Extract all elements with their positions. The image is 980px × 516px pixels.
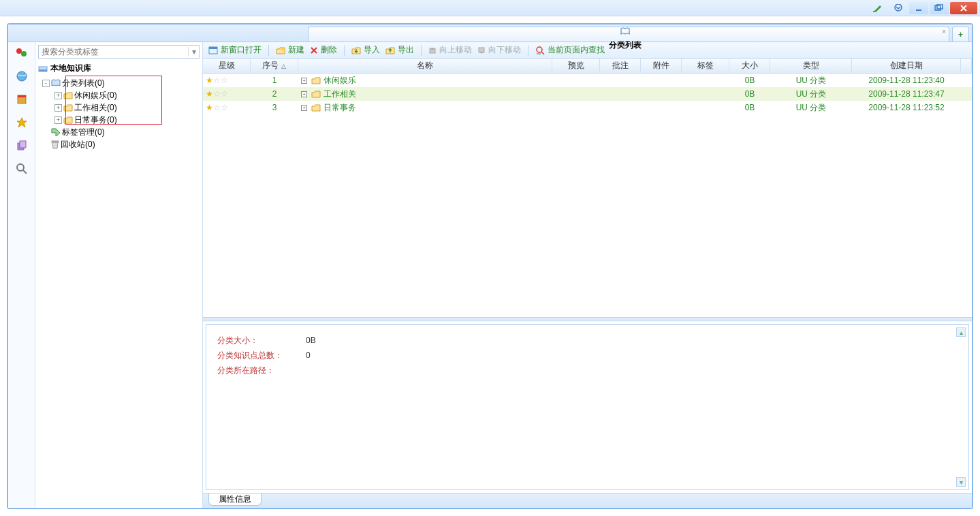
drive-icon [38, 65, 48, 73]
grid-row[interactable]: ★☆☆1+休闲娱乐0BUU 分类2009-11-28 11:23:40 [203, 74, 972, 87]
expand-icon[interactable]: + [54, 116, 62, 124]
cell-name[interactable]: +日常事务 [298, 102, 552, 114]
search-input[interactable] [39, 47, 188, 57]
tab-label: 分类列表 [609, 39, 642, 51]
cell-type: UU 分类 [770, 102, 852, 114]
book-icon [620, 27, 630, 35]
tree-root[interactable]: -分类列表(0) [42, 77, 201, 89]
tag-icon [51, 128, 61, 136]
col-attach[interactable]: 附件 [641, 59, 682, 73]
cell-date: 2009-11-28 11:23:40 [852, 76, 961, 85]
tree: -分类列表(0) +休闲娱乐(0) +工作相关(0) +日常事务(0) 标签管理… [35, 76, 202, 508]
svg-rect-0 [873, 11, 875, 12]
tree-tags[interactable]: 标签管理(0) [42, 126, 201, 138]
tb-moveup: 向上移动 [427, 44, 473, 56]
grid-body: ★☆☆1+休闲娱乐0BUU 分类2009-11-28 11:23:40★☆☆2+… [203, 74, 972, 317]
window-icon [208, 46, 218, 54]
cell-size: 0B [729, 89, 770, 99]
import-icon [351, 46, 361, 54]
folder-icon [63, 104, 73, 112]
cell-star[interactable]: ★☆☆ [203, 89, 251, 99]
cell-size: 0B [729, 103, 770, 112]
search-dropdown-icon[interactable]: ▾ [188, 47, 199, 57]
cell-star[interactable]: ★☆☆ [203, 103, 251, 112]
moveup-icon [428, 46, 437, 54]
expand-icon[interactable]: + [301, 105, 307, 111]
col-type[interactable]: 类型 [770, 59, 852, 73]
detail-k-size: 分类大小： [217, 333, 292, 348]
rail-traffic-icon[interactable] [15, 46, 29, 60]
folder-icon [311, 77, 321, 84]
folder-icon [63, 92, 73, 99]
main-panel: 新窗口打开 新建 删除 导入 导出 向上移动 向下移动 当前页面内查找 星级 序… [203, 42, 972, 508]
col-date[interactable]: 创建日期 [852, 59, 961, 73]
svg-rect-16 [52, 141, 59, 142]
tree-recycle[interactable]: 回收站(0) [42, 138, 201, 150]
expand-icon[interactable]: + [301, 78, 307, 84]
tb-export[interactable]: 导出 [384, 44, 415, 56]
col-size[interactable]: 大小 [729, 59, 770, 73]
detail-k-path: 分类所在路径： [217, 363, 292, 378]
skin-button[interactable] [868, 2, 887, 14]
grid-row[interactable]: ★☆☆2+工作相关0BUU 分类2009-11-28 11:23:47 [203, 87, 972, 101]
rail-globe-icon[interactable] [15, 69, 29, 83]
cell-type: UU 分类 [770, 75, 852, 86]
col-name[interactable]: 名称 [298, 59, 552, 73]
titlebar [0, 0, 980, 16]
tree-recycle-label: 回收站(0) [61, 138, 95, 150]
tab-category-list[interactable]: 分类列表 × [308, 27, 949, 42]
svg-rect-11 [20, 141, 26, 148]
tb-new[interactable]: 新建 [274, 44, 306, 56]
tab-close-icon[interactable]: × [942, 28, 946, 35]
detail-v-count: 0 [306, 348, 311, 363]
folder-icon [311, 91, 321, 98]
tree-child-1[interactable]: +工作相关(0) [54, 101, 201, 114]
cell-date: 2009-11-28 11:23:52 [852, 103, 961, 112]
cell-type: UU 分类 [770, 88, 852, 100]
expand-icon[interactable]: + [301, 91, 307, 97]
col-star[interactable]: 星级 [203, 59, 251, 73]
find-icon [535, 46, 545, 55]
close-button[interactable] [950, 2, 977, 14]
scroll-up-icon[interactable]: ▴ [956, 327, 966, 337]
rail-star-icon[interactable] [15, 116, 29, 129]
svg-rect-9 [18, 95, 26, 97]
expand-icon[interactable]: + [54, 104, 62, 112]
tab-add[interactable]: + [952, 27, 969, 42]
detail-tab-properties[interactable]: 属性信息 [208, 494, 262, 506]
svg-rect-4 [937, 4, 943, 9]
col-preview[interactable]: 预览 [552, 59, 600, 73]
svg-point-1 [895, 4, 902, 11]
cell-name[interactable]: +休闲娱乐 [298, 75, 552, 86]
tree-tags-label: 标签管理(0) [62, 126, 105, 138]
rail-book-icon[interactable] [15, 93, 29, 106]
row-name-label: 日常事务 [323, 102, 356, 114]
delete-icon [310, 46, 318, 54]
tree-child-label: 工作相关(0) [74, 101, 117, 114]
tb-find[interactable]: 当前页面内查找 [534, 44, 606, 56]
cell-name[interactable]: +工作相关 [298, 88, 552, 100]
tree-child-0[interactable]: +休闲娱乐(0) [54, 89, 201, 101]
maximize-button[interactable] [930, 2, 949, 14]
rail-search-icon[interactable] [15, 162, 29, 176]
cell-star[interactable]: ★☆☆ [203, 76, 251, 85]
rail-copy-icon[interactable] [15, 139, 29, 152]
svg-point-5 [16, 48, 22, 54]
svg-rect-2 [916, 10, 921, 11]
menu-dropdown[interactable] [889, 2, 908, 14]
col-note[interactable]: 批注 [600, 59, 641, 73]
tree-child-2[interactable]: +日常事务(0) [54, 114, 201, 126]
tb-delete[interactable]: 删除 [309, 44, 338, 56]
tb-import[interactable]: 导入 [350, 44, 381, 56]
search-box[interactable]: ▾ [38, 45, 200, 59]
scroll-down-icon[interactable]: ▾ [956, 477, 966, 487]
collapse-icon[interactable]: - [42, 80, 50, 87]
minimize-button[interactable] [909, 2, 928, 14]
col-index[interactable]: 序号 [251, 59, 298, 73]
tab-strip: 分类列表 × + [8, 25, 972, 42]
svg-line-13 [23, 170, 27, 174]
expand-icon[interactable]: + [54, 92, 62, 99]
grid-row[interactable]: ★☆☆3+日常事务0BUU 分类2009-11-28 11:23:52 [203, 101, 972, 114]
tb-newwindow[interactable]: 新窗口打开 [207, 44, 263, 56]
col-tag[interactable]: 标签 [682, 59, 729, 73]
